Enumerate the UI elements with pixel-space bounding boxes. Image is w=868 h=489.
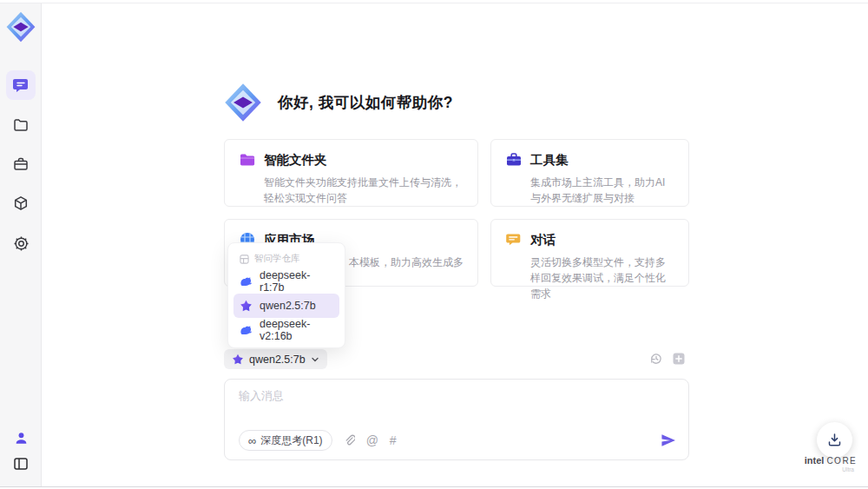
- folder-purple-icon: [239, 151, 256, 169]
- send-icon: [661, 433, 676, 447]
- card-desc: 智能文件夹功能支持批量文件上传与清洗，轻松实现文件问答: [264, 175, 464, 206]
- intel-core-logo: intel CORE Ultra: [804, 455, 858, 472]
- app-logo-icon: [4, 9, 37, 45]
- intel-ultra-label: Ultra: [804, 466, 858, 472]
- core-wordmark: CORE: [826, 456, 857, 466]
- gear-icon: [13, 235, 30, 252]
- toolbox-icon: [505, 151, 523, 169]
- sidebar-item-collapse[interactable]: [6, 449, 36, 479]
- new-chat-button[interactable]: [672, 352, 686, 366]
- history-button[interactable]: [649, 352, 663, 366]
- composer-toolbar: ∞ 深度思考(R1) @ #: [239, 429, 676, 452]
- model-option-label: deepseek-r1:7b: [260, 269, 333, 294]
- cube-icon: [13, 195, 29, 211]
- user-icon: [14, 431, 29, 446]
- model-option-label: qwen2.5:7b: [260, 300, 316, 312]
- deepseek-whale-icon: [240, 324, 253, 337]
- deepseek-whale-icon: [240, 275, 253, 288]
- greeting: 你好, 我可以如何帮助你?: [222, 82, 453, 123]
- history-icon: [649, 352, 663, 366]
- model-selector[interactable]: qwen2.5:7b: [224, 349, 327, 369]
- download-fab[interactable]: [817, 422, 852, 458]
- model-option-deepseek-r1[interactable]: deepseek-r1:7b: [233, 269, 339, 294]
- card-toolset[interactable]: 工具集 集成市场上主流工具，助力AI与外界无缝扩展与对接: [490, 139, 689, 207]
- deep-think-toggle[interactable]: ∞ 深度思考(R1): [239, 430, 332, 451]
- dropdown-header: 智问学仓库: [233, 248, 339, 269]
- model-option-qwen[interactable]: qwen2.5:7b: [233, 294, 339, 318]
- top-divider: [0, 3, 868, 3]
- model-option-deepseek-v2[interactable]: deepseek-v2:16b: [233, 318, 339, 342]
- plus-square-icon: [672, 352, 686, 366]
- card-desc: 集成市场上主流工具，助力AI与外界无缝扩展与对接: [530, 175, 674, 206]
- model-dropdown: 智问学仓库 deepseek-r1:7b qwen2.5:7b: [227, 242, 345, 348]
- chat-bubble-icon: [505, 231, 523, 248]
- model-option-label: deepseek-v2:16b: [260, 318, 333, 342]
- card-smart-folder[interactable]: 智能文件夹 智能文件夹功能支持批量文件上传与清洗，轻松实现文件问答: [224, 139, 478, 207]
- sidebar-item-toolset[interactable]: [6, 149, 36, 179]
- card-desc: 灵活切换多模型文件，支持多样回复效果调试，满足个性化需求: [530, 254, 674, 301]
- app-window: 你好, 我可以如何帮助你? 智能文件夹 智能文件夹功能支持批量文件上传与清洗，轻…: [0, 0, 868, 489]
- hash-icon: #: [390, 434, 397, 446]
- panel-layout-icon: [13, 456, 29, 472]
- prompt-library-button[interactable]: #: [390, 434, 397, 446]
- sidebar-item-account[interactable]: [6, 423, 36, 453]
- dropdown-header-label: 智问学仓库: [254, 253, 300, 265]
- message-input[interactable]: [239, 388, 674, 426]
- sidebar: [0, 3, 42, 486]
- qwen-star-icon: [232, 354, 244, 366]
- sidebar-item-appmarket[interactable]: [6, 188, 36, 218]
- chat-icon: [13, 78, 30, 93]
- card-title: 工具集: [530, 152, 569, 169]
- greeting-title: 你好, 我可以如何帮助你?: [278, 92, 453, 113]
- infinity-icon: ∞: [248, 435, 256, 446]
- sidebar-item-folders[interactable]: [6, 110, 36, 140]
- card-dialogue[interactable]: 对话 灵活切换多模型文件，支持多样回复效果调试，满足个性化需求: [490, 219, 689, 287]
- attach-file-button[interactable]: [344, 434, 355, 446]
- chat-actions: [649, 352, 686, 366]
- paperclip-icon: [344, 434, 355, 446]
- intel-wordmark: intel: [805, 455, 825, 466]
- model-selector-label: qwen2.5:7b: [249, 354, 306, 366]
- at-icon: @: [366, 434, 378, 446]
- mention-button[interactable]: @: [366, 434, 378, 446]
- send-button[interactable]: [661, 433, 676, 447]
- folder-icon: [13, 117, 29, 133]
- card-title: 智能文件夹: [264, 152, 327, 169]
- card-title: 对话: [530, 232, 556, 248]
- sidebar-item-chat[interactable]: [6, 70, 36, 100]
- sidebar-item-settings[interactable]: [6, 228, 36, 258]
- briefcase-icon: [13, 156, 29, 172]
- message-composer: ∞ 深度思考(R1) @ #: [224, 379, 689, 460]
- download-icon: [827, 433, 842, 447]
- chevron-down-icon: [311, 355, 319, 364]
- assistant-logo-icon: [222, 82, 264, 123]
- qwen-star-icon: [240, 300, 253, 313]
- deep-think-label: 深度思考(R1): [260, 433, 322, 448]
- bottom-divider: [0, 486, 868, 487]
- repo-box-icon: [240, 254, 249, 264]
